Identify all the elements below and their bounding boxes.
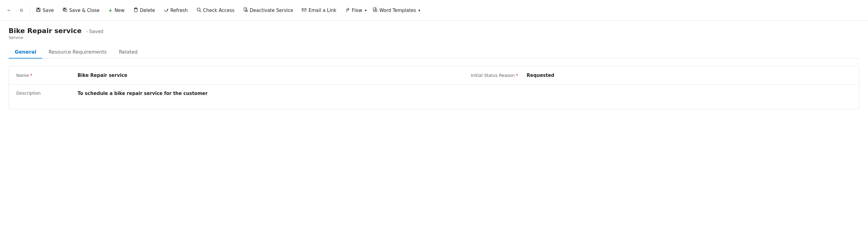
delete-button[interactable]: Delete bbox=[130, 4, 159, 17]
new-label: New bbox=[115, 8, 125, 13]
description-row: Description To schedule a bike repair se… bbox=[9, 85, 859, 109]
deactivate-icon bbox=[243, 7, 248, 13]
flow-dropdown-button[interactable]: ▾ bbox=[364, 4, 368, 17]
name-value[interactable]: Bike Repair service bbox=[78, 73, 459, 78]
flow-icon bbox=[345, 7, 350, 13]
svg-rect-8 bbox=[134, 8, 137, 9]
new-icon: + bbox=[108, 8, 113, 13]
word-templates-icon bbox=[373, 7, 378, 13]
name-row: Name* Bike Repair service Initial Status… bbox=[9, 66, 859, 85]
toolbar-separator-1 bbox=[29, 5, 30, 15]
name-required: * bbox=[30, 73, 32, 78]
initial-status-group: Initial Status Reason * Requested bbox=[471, 73, 852, 78]
initial-status-required: * bbox=[516, 73, 518, 78]
deactivate-label: Deactivate Service bbox=[250, 8, 293, 13]
refresh-icon bbox=[164, 7, 168, 13]
tab-resource-requirements[interactable]: Resource Requirements bbox=[42, 46, 113, 59]
tab-related[interactable]: Related bbox=[113, 46, 144, 59]
name-label: Name* bbox=[16, 73, 78, 78]
popup-button[interactable]: ⧉ bbox=[16, 5, 27, 16]
delete-label: Delete bbox=[140, 8, 155, 13]
back-icon: ← bbox=[6, 7, 12, 13]
save-close-icon bbox=[63, 7, 67, 13]
svg-line-10 bbox=[200, 11, 201, 12]
refresh-button[interactable]: Refresh bbox=[160, 4, 192, 17]
popup-icon: ⧉ bbox=[20, 8, 23, 13]
flow-chevron-icon: ▾ bbox=[365, 8, 367, 12]
email-icon bbox=[302, 7, 307, 13]
delete-icon bbox=[133, 7, 138, 13]
page-subtitle: Service bbox=[8, 35, 860, 40]
word-templates-dropdown-button[interactable]: ▾ bbox=[417, 4, 422, 17]
new-button[interactable]: + New bbox=[104, 4, 128, 17]
word-templates-button[interactable]: Word Templates bbox=[369, 4, 417, 17]
svg-rect-1 bbox=[37, 8, 39, 9]
toolbar: ← ⧉ Save Save & Close + New bbox=[0, 0, 868, 21]
check-access-label: Check Access bbox=[203, 8, 235, 13]
back-button[interactable]: ← bbox=[4, 5, 15, 16]
email-link-label: Email a Link bbox=[308, 8, 336, 13]
tabs: General Resource Requirements Related bbox=[8, 46, 860, 59]
svg-rect-7 bbox=[135, 8, 137, 8]
saved-indicator: - Saved bbox=[86, 29, 103, 34]
form-section: Name* Bike Repair service Initial Status… bbox=[8, 66, 860, 109]
svg-rect-14 bbox=[302, 8, 306, 11]
page-title: Bike Repair service bbox=[8, 27, 82, 35]
description-value[interactable]: To schedule a bike repair service for th… bbox=[78, 91, 852, 96]
word-templates-chevron-icon: ▾ bbox=[418, 8, 420, 12]
initial-status-value[interactable]: Requested bbox=[527, 73, 554, 78]
save-button[interactable]: Save bbox=[32, 4, 58, 17]
flow-label: Flow bbox=[352, 8, 362, 13]
word-templates-button-group: Word Templates ▾ bbox=[369, 4, 422, 17]
email-link-button[interactable]: Email a Link bbox=[298, 4, 340, 17]
flow-button-group: Flow ▾ bbox=[341, 4, 368, 17]
tab-general[interactable]: General bbox=[8, 46, 42, 59]
refresh-label: Refresh bbox=[170, 8, 188, 13]
page-header: Bike Repair service - Saved Service bbox=[8, 27, 860, 40]
check-access-button[interactable]: Check Access bbox=[193, 4, 238, 17]
save-icon bbox=[36, 7, 41, 13]
flow-button[interactable]: Flow bbox=[341, 4, 364, 17]
check-access-icon bbox=[196, 7, 202, 13]
save-close-button[interactable]: Save & Close bbox=[59, 4, 103, 17]
description-label: Description bbox=[16, 91, 78, 96]
initial-status-label: Initial Status Reason bbox=[471, 73, 515, 78]
save-label: Save bbox=[42, 8, 54, 13]
word-templates-label: Word Templates bbox=[379, 8, 416, 13]
save-close-label: Save & Close bbox=[69, 8, 100, 13]
svg-rect-6 bbox=[65, 10, 67, 12]
svg-rect-2 bbox=[37, 10, 39, 11]
svg-rect-4 bbox=[64, 8, 65, 9]
deactivate-button[interactable]: Deactivate Service bbox=[239, 4, 297, 17]
page-content: Bike Repair service - Saved Service Gene… bbox=[0, 21, 868, 116]
